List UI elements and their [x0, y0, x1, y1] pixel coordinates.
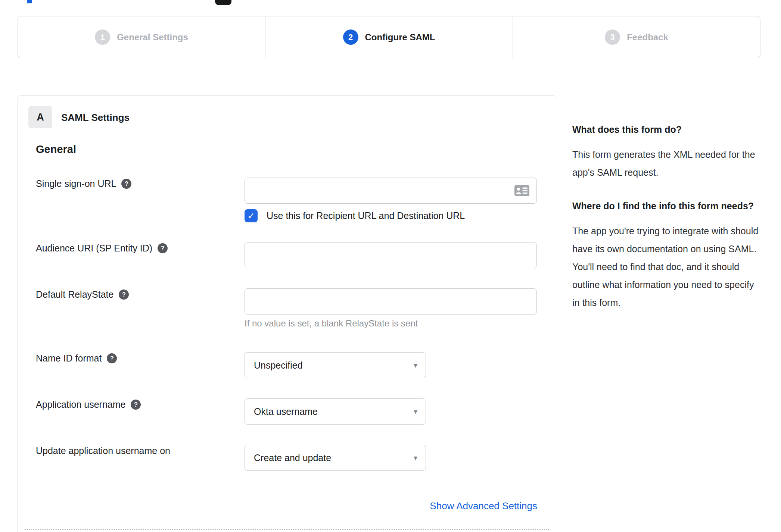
cropped-title-fragment	[215, 0, 231, 5]
dotted-separator	[25, 529, 549, 530]
update-username-select[interactable]: Create and update ▾	[245, 445, 426, 471]
cropped-title-fragment	[27, 0, 32, 3]
sidebar-paragraph: The app you're trying to integrate with …	[572, 222, 763, 312]
audience-uri-label: Audience URI (SP Entity ID) ?	[36, 243, 168, 254]
name-id-format-select[interactable]: Unspecified ▾	[245, 352, 426, 378]
section-a-badge: A	[28, 106, 52, 128]
chevron-down-icon: ▾	[414, 361, 417, 370]
sso-url-input-wrap	[245, 178, 537, 204]
chevron-down-icon: ▾	[414, 453, 417, 462]
application-username-select[interactable]: Okta username ▾	[245, 398, 426, 425]
step-number-badge: 2	[343, 29, 358, 45]
recipient-url-checkbox[interactable]: ✓	[245, 209, 258, 222]
step-general-settings[interactable]: 1 General Settings	[18, 16, 265, 58]
checkmark-icon: ✓	[247, 211, 255, 221]
help-sidebar: What does this form do? This form genera…	[572, 121, 763, 328]
wizard-stepper: 1 General Settings 2 Configure SAML 3 Fe…	[18, 16, 760, 58]
help-icon[interactable]: ?	[158, 243, 168, 253]
page: 1 General Settings 2 Configure SAML 3 Fe…	[0, 0, 781, 532]
relay-state-hint: If no value is set, a blank RelayState i…	[245, 318, 418, 329]
general-section-heading: General	[36, 143, 76, 156]
application-username-label: Application username ?	[36, 399, 141, 410]
sidebar-paragraph: This form generates the XML needed for t…	[572, 145, 763, 181]
panel-title: SAML Settings	[61, 112, 130, 123]
sso-url-label: Single sign-on URL ?	[36, 178, 131, 189]
update-username-label: Update application username on	[36, 445, 170, 456]
help-icon[interactable]: ?	[107, 353, 117, 363]
chevron-down-icon: ▾	[414, 407, 417, 416]
audience-uri-input[interactable]	[245, 242, 537, 268]
step-label: Configure SAML	[365, 32, 435, 43]
step-configure-saml[interactable]: 2 Configure SAML	[265, 16, 513, 58]
sidebar-heading: Where do I find the info this form needs…	[572, 198, 763, 215]
help-icon[interactable]: ?	[119, 290, 129, 300]
saml-settings-panel: A SAML Settings General Single sign-on U…	[18, 95, 556, 532]
name-id-format-label: Name ID format ?	[36, 353, 117, 364]
recipient-url-checkbox-label: Use this for Recipient URL and Destinati…	[267, 210, 465, 221]
help-icon[interactable]: ?	[131, 400, 141, 410]
step-label: General Settings	[117, 32, 188, 43]
step-feedback[interactable]: 3 Feedback	[513, 16, 760, 58]
show-advanced-settings-link[interactable]: Show Advanced Settings	[430, 500, 537, 512]
relay-state-input[interactable]	[245, 288, 537, 314]
sso-url-input[interactable]	[245, 178, 537, 204]
sidebar-heading: What does this form do?	[572, 121, 763, 138]
step-number-badge: 3	[605, 29, 620, 45]
recipient-url-checkbox-row: ✓ Use this for Recipient URL and Destina…	[245, 209, 465, 222]
relay-state-label: Default RelayState ?	[36, 289, 129, 300]
step-number-badge: 1	[95, 29, 110, 45]
step-label: Feedback	[627, 32, 668, 43]
help-icon[interactable]: ?	[121, 179, 131, 189]
